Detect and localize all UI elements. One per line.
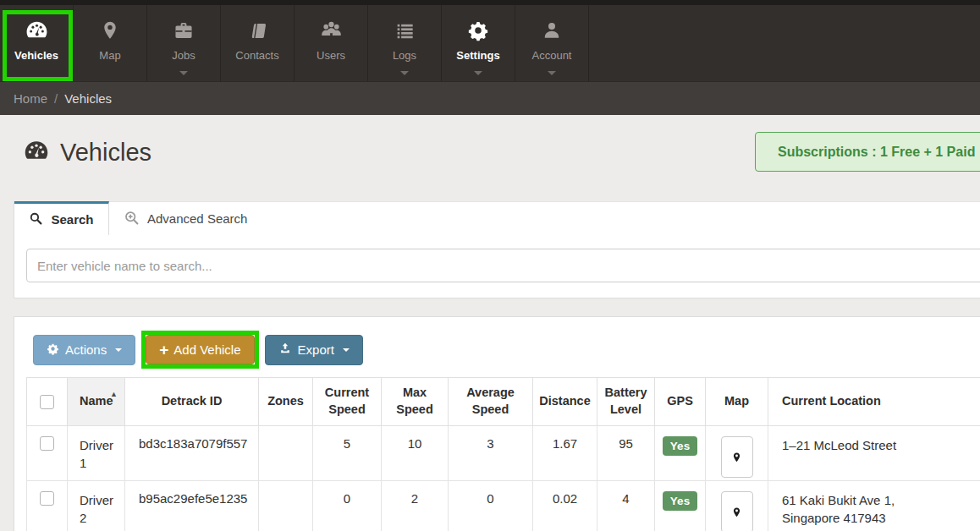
speedometer-icon: [24, 138, 49, 167]
cell-detrack-id: b95ac29efe5e1235: [125, 481, 259, 531]
vehicle-search-input[interactable]: [26, 249, 980, 282]
table-row: Driver 2 b95ac29efe5e1235 0 2 0 0.02 4 Y…: [27, 481, 980, 531]
nav-label: Contacts: [235, 49, 278, 62]
cell-name: Driver 2: [68, 481, 125, 531]
search-plus-icon: [124, 210, 140, 228]
export-button[interactable]: Export: [265, 335, 363, 365]
user-icon: [541, 18, 563, 41]
column-header-current-speed[interactable]: Current Speed: [313, 378, 382, 426]
nav-label: Account: [532, 49, 572, 62]
nav-item-account[interactable]: Account: [515, 5, 589, 81]
top-nav: Vehicles Map Jobs Contacts: [0, 0, 980, 81]
page: { "nav": { "items": [ {"label": "Vehicle…: [0, 0, 980, 531]
tab-advanced-search[interactable]: Advanced Search: [109, 201, 980, 235]
nav-label: Jobs: [172, 49, 195, 62]
nav-item-vehicles[interactable]: Vehicles: [0, 5, 74, 81]
tab-advanced-label: Advanced Search: [147, 211, 247, 226]
toolbar: Actions + Add Vehicle Export: [26, 331, 980, 369]
vehicles-panel: Actions + Add Vehicle Export: [14, 316, 980, 531]
list-icon: [394, 18, 416, 41]
cell-name: Driver 1: [68, 426, 125, 481]
cell-gps: Yes: [655, 481, 706, 531]
book-icon: [247, 18, 268, 41]
nav-item-settings[interactable]: Settings: [442, 5, 515, 81]
search-icon: [29, 211, 43, 228]
export-label: Export: [298, 342, 334, 357]
cell-distance: 1.67: [533, 426, 597, 481]
cell-battery-level: 95: [597, 426, 655, 481]
gear-icon: [467, 18, 489, 41]
row-checkbox[interactable]: [40, 491, 54, 506]
actions-label: Actions: [65, 342, 107, 357]
add-vehicle-button[interactable]: + Add Vehicle: [146, 335, 254, 364]
plus-icon: +: [159, 341, 168, 359]
cell-battery-level: 4: [597, 481, 655, 531]
column-header-battery-level[interactable]: Battery Level: [597, 378, 655, 426]
nav-label: Users: [317, 49, 345, 62]
column-header-average-speed[interactable]: Average Speed: [449, 378, 533, 426]
nav-item-map[interactable]: Map: [74, 5, 147, 81]
nav-item-contacts[interactable]: Contacts: [221, 5, 295, 81]
sort-asc-icon: ▲: [110, 389, 118, 399]
cell-zones: [259, 481, 313, 531]
cell-max-speed: 10: [382, 426, 449, 481]
column-header-gps[interactable]: GPS: [655, 378, 706, 426]
cell-current-location: 1–21 McLeod Street: [768, 426, 980, 481]
breadcrumb-separator: /: [54, 91, 58, 106]
subscriptions-label: Subscriptions : 1 Free + 1 Paid: [778, 145, 975, 160]
annotation-highlight-add-vehicle: + Add Vehicle: [141, 331, 258, 369]
cell-current-location: 61 Kaki Bukit Ave 1, Singapore 417943: [768, 481, 980, 531]
vehicles-table: Name ▲ Detrack ID Zones Current Speed Ma…: [26, 377, 980, 531]
cell-max-speed: 2: [382, 481, 449, 531]
column-header-current-location[interactable]: Current Location: [768, 378, 980, 426]
tab-search-label: Search: [51, 212, 93, 227]
cell-gps: Yes: [655, 426, 706, 481]
cell-select: [27, 481, 68, 531]
cell-select: [27, 426, 68, 481]
breadcrumb: Home / Vehicles: [0, 81, 980, 115]
cell-map: [706, 481, 768, 531]
column-header-distance[interactable]: Distance: [533, 378, 597, 426]
caret-down-icon: [179, 71, 188, 75]
select-all-checkbox[interactable]: [40, 395, 54, 409]
briefcase-icon: [173, 18, 195, 41]
table-row: Driver 1 bd3c183a7079f557 5 10 3 1.67 95…: [27, 426, 980, 481]
cell-current-speed: 5: [313, 426, 382, 481]
map-pin-button[interactable]: [721, 436, 753, 478]
select-all-header: [27, 378, 68, 426]
search-input-wrap: [14, 235, 980, 298]
subscriptions-button[interactable]: Subscriptions : 1 Free + 1 Paid: [755, 132, 980, 172]
users-icon: [320, 18, 343, 41]
actions-button[interactable]: Actions: [33, 335, 135, 365]
caret-down-icon: [400, 71, 409, 75]
nav-label: Map: [99, 49, 120, 62]
nav-item-users[interactable]: Users: [295, 5, 368, 81]
speedometer-icon: [25, 18, 48, 41]
page-title: Vehicles: [60, 139, 151, 167]
tab-search[interactable]: Search: [14, 201, 109, 235]
caret-down-icon: [115, 348, 122, 352]
cell-current-speed: 0: [313, 481, 382, 531]
breadcrumb-current: Vehicles: [64, 91, 112, 106]
nav-item-jobs[interactable]: Jobs: [147, 5, 221, 81]
caret-down-icon: [474, 71, 482, 75]
upload-icon: [278, 342, 292, 358]
column-header-map[interactable]: Map: [706, 378, 768, 426]
map-pin-button[interactable]: [721, 491, 753, 531]
caret-down-icon: [343, 348, 350, 352]
cell-zones: [259, 426, 313, 481]
column-header-max-speed[interactable]: Max Speed: [382, 378, 449, 426]
search-panel: Search Advanced Search: [14, 201, 980, 298]
cell-average-speed: 0: [449, 481, 533, 531]
column-header-detrack-id[interactable]: Detrack ID: [125, 378, 259, 426]
nav-label: Logs: [393, 49, 416, 62]
nav-item-logs[interactable]: Logs: [368, 5, 442, 81]
column-header-zones[interactable]: Zones: [259, 378, 313, 426]
map-pin-icon: [100, 18, 120, 41]
table-header-row: Name ▲ Detrack ID Zones Current Speed Ma…: [27, 378, 980, 426]
row-checkbox[interactable]: [40, 436, 54, 451]
cell-detrack-id: bd3c183a7079f557: [125, 426, 259, 481]
column-header-name[interactable]: Name ▲: [68, 378, 125, 426]
breadcrumb-home-link[interactable]: Home: [14, 91, 47, 106]
page-title-row: Vehicles: [24, 138, 151, 167]
